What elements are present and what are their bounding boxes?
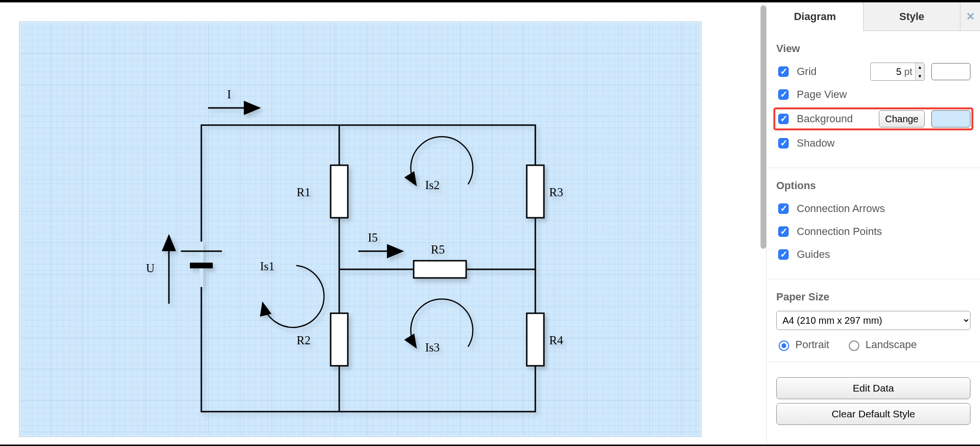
pageview-label: Page View	[797, 88, 847, 101]
label-Is1: Is1	[260, 260, 275, 273]
landscape-label: Landscape	[865, 339, 917, 351]
clear-default-style-button[interactable]: Clear Default Style	[776, 403, 970, 425]
pageview-checkbox-label[interactable]: Page View	[776, 88, 847, 101]
view-section: View Grid pt ▲ ▼	[767, 31, 980, 168]
grid-step-down[interactable]: ▼	[916, 72, 924, 81]
svg-rect-7	[331, 313, 348, 366]
background-checkbox[interactable]	[778, 114, 789, 124]
shadow-checkbox[interactable]	[778, 138, 789, 149]
label-R4: R4	[549, 334, 563, 347]
grid-checkbox-label[interactable]: Grid	[776, 65, 817, 78]
landscape-radio-label[interactable]: Landscape	[846, 339, 917, 351]
paper-section: Paper Size A4 (210 mm x 297 mm) Portrait…	[767, 279, 980, 362]
background-color-swatch[interactable]	[931, 110, 970, 127]
guides-checkbox[interactable]	[778, 249, 789, 260]
svg-rect-8	[527, 165, 544, 218]
grid-size-field[interactable]	[871, 66, 904, 77]
grid-unit: pt	[904, 66, 915, 77]
label-Is2: Is2	[425, 179, 440, 191]
guides-checkbox-label[interactable]: Guides	[776, 248, 830, 261]
scrollbar-thumb[interactable]	[761, 5, 766, 249]
panel-tabs: Diagram Style ✕	[767, 2, 980, 31]
canvas-area[interactable]: R1 R2 R3 R4 R5 U I I5 Is1 Is2	[0, 2, 766, 445]
close-icon[interactable]: ✕	[960, 2, 980, 31]
background-row-highlight: Background Change	[774, 108, 972, 129]
tab-style[interactable]: Style	[864, 2, 960, 31]
grid-size-input[interactable]: pt ▲ ▼	[870, 63, 925, 81]
grid-checkbox[interactable]	[778, 66, 789, 77]
view-header: View	[776, 42, 970, 55]
shadow-label: Shadow	[797, 137, 835, 149]
grid-label: Grid	[797, 65, 817, 78]
vertical-scrollbar[interactable]	[761, 5, 766, 249]
conn-arrows-label: Connection Arrows	[797, 202, 885, 215]
change-background-button[interactable]: Change	[879, 110, 925, 127]
shadow-checkbox-label[interactable]: Shadow	[776, 137, 835, 150]
portrait-radio[interactable]	[779, 340, 789, 351]
label-R3: R3	[549, 186, 563, 199]
background-label: Background	[797, 113, 853, 125]
background-checkbox-label[interactable]: Background	[776, 112, 853, 126]
circuit-diagram: R1 R2 R3 R4 R5 U I I5 Is1 Is2	[20, 22, 702, 437]
conn-points-label: Connection Points	[797, 225, 882, 238]
conn-points-checkbox-label[interactable]: Connection Points	[776, 225, 882, 238]
conn-points-checkbox[interactable]	[778, 226, 789, 237]
edit-data-button[interactable]: Edit Data	[776, 377, 970, 399]
svg-rect-10	[414, 261, 466, 278]
label-U: U	[146, 262, 155, 275]
paper-size-select[interactable]: A4 (210 mm x 297 mm)	[776, 311, 970, 330]
portrait-radio-label[interactable]: Portrait	[776, 339, 829, 351]
format-panel: Diagram Style ✕ View Grid pt ▲ ▼	[766, 2, 980, 445]
conn-arrows-checkbox[interactable]	[778, 203, 789, 214]
actions-section: Edit Data Clear Default Style	[767, 362, 980, 435]
grid-color-swatch[interactable]	[931, 63, 970, 80]
drawing-page[interactable]: R1 R2 R3 R4 R5 U I I5 Is1 Is2	[19, 21, 701, 437]
label-Is3: Is3	[425, 341, 440, 354]
guides-label: Guides	[797, 248, 830, 261]
label-R1: R1	[297, 186, 311, 199]
options-header: Options	[776, 180, 970, 192]
landscape-radio[interactable]	[849, 340, 859, 351]
options-section: Options Connection Arrows Connection Poi…	[767, 168, 980, 279]
pageview-checkbox[interactable]	[778, 89, 789, 100]
label-R2: R2	[297, 334, 311, 347]
label-I: I	[227, 88, 231, 101]
grid-step-up[interactable]: ▲	[916, 63, 924, 72]
conn-arrows-checkbox-label[interactable]: Connection Arrows	[776, 202, 885, 215]
tab-diagram[interactable]: Diagram	[767, 2, 864, 31]
svg-rect-6	[331, 165, 348, 218]
svg-rect-9	[527, 313, 544, 366]
app-root: R1 R2 R3 R4 R5 U I I5 Is1 Is2	[0, 0, 980, 446]
paper-header: Paper Size	[776, 291, 970, 303]
portrait-label: Portrait	[795, 339, 829, 351]
svg-rect-0	[201, 125, 535, 412]
label-R5: R5	[431, 243, 445, 256]
label-I5: I5	[368, 231, 378, 244]
